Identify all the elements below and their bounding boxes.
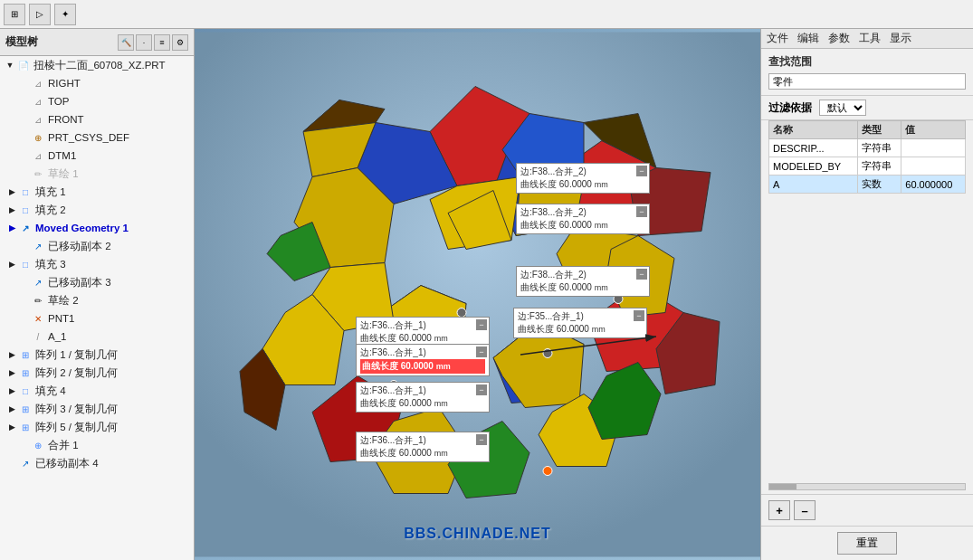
tree-item-top[interactable]: ⊿ TOP xyxy=(0,92,194,110)
ann-close-2[interactable]: − xyxy=(636,206,647,217)
tree-item-arr1[interactable]: ▶ ⊞ 阵列 1 / 复制几何 xyxy=(0,346,194,364)
menu-item-edit[interactable]: 编辑 xyxy=(797,31,819,46)
tree-item-hebing1[interactable]: ⊕ 合并 1 xyxy=(0,436,194,454)
tree-item-caogao2[interactable]: ✏ 草绘 2 xyxy=(0,291,194,309)
menu-item-tools[interactable]: 工具 xyxy=(859,31,881,46)
annotation-3: − 边:F38...合并_2) 曲线长度 60.0000 mm xyxy=(516,266,650,297)
expand-tian3[interactable]: ▶ xyxy=(5,258,18,271)
search-scope-label: 查找范围 xyxy=(768,54,966,70)
table-row-active[interactable]: A 实数 60.000000 xyxy=(769,176,966,194)
tree-item-yiyi3[interactable]: ↗ 已移动副本 3 xyxy=(0,273,194,291)
tree-content[interactable]: ▼ 📄 扭棱十二面_60708_XZ.PRT ⊿ RIGHT ⊿ TOP ⊿ F… xyxy=(0,56,194,560)
col-name: 名称 xyxy=(769,121,858,139)
moved-copy-icon-2: ↗ xyxy=(31,239,45,253)
spacer xyxy=(761,194,973,479)
table-row[interactable]: MODELED_BY 字符串 xyxy=(769,157,966,176)
expand-none xyxy=(18,330,31,343)
ann-close-1[interactable]: − xyxy=(636,166,647,176)
sketch-icon: ✏ xyxy=(31,166,45,181)
tree-icon-btn-1[interactable]: 🔨 xyxy=(118,34,134,51)
tree-filename[interactable]: ▼ 📄 扭棱十二面_60708_XZ.PRT xyxy=(0,56,194,74)
pnt-icon: ✕ xyxy=(31,311,45,326)
ann-close-5[interactable]: − xyxy=(476,346,487,357)
tree-label-top: TOP xyxy=(48,96,69,107)
expand-none xyxy=(18,131,31,144)
sketch-icon-2: ✏ xyxy=(31,293,45,308)
expand-none xyxy=(18,95,31,108)
expand-tian2[interactable]: ▶ xyxy=(5,204,18,216)
tree-item-dtm1[interactable]: ⊿ DTM1 xyxy=(0,147,194,165)
right-footer: 重置 xyxy=(761,526,973,560)
menu-item-file[interactable]: 文件 xyxy=(767,31,788,46)
tree-label-caogao1: 草绘 1 xyxy=(48,167,79,181)
menu-item-params[interactable]: 参数 xyxy=(828,31,850,46)
tree-item-front[interactable]: ⊿ FRONT xyxy=(0,110,194,128)
tree-item-arr5[interactable]: ▶ ⊞ 阵列 5 / 复制几何 xyxy=(0,418,194,436)
tree-item-moved1[interactable]: ▶ ↗ Moved Geometry 1 xyxy=(0,219,194,237)
viewport[interactable]: − 边:F38...合并_2) 曲线长度 60.0000 mm − 边:F38.… xyxy=(195,29,760,560)
tree-label-yiyi4: 已移动副本 4 xyxy=(35,457,99,470)
ann-title-4: 边:F36...合并_1) xyxy=(360,319,485,332)
array-icon-1: ⊞ xyxy=(18,347,33,362)
ann-close-7[interactable]: − xyxy=(476,384,487,395)
remove-param-button[interactable]: – xyxy=(794,500,816,520)
tree-item-yiyi4[interactable]: ↗ 已移动副本 4 xyxy=(0,454,194,472)
toolbar-btn-2[interactable]: ▷ xyxy=(29,4,51,25)
ann-title-2: 边:F38...合并_2) xyxy=(520,206,645,219)
expand-arr1[interactable]: ▶ xyxy=(5,348,18,361)
tree-icon-btn-4[interactable]: ⚙ xyxy=(172,34,188,51)
tree-item-pnt1[interactable]: ✕ PNT1 xyxy=(0,309,194,327)
expand-moved1[interactable]: ▶ xyxy=(5,222,18,234)
annotation-5: − 边:F36...合并_1) 曲线长度 60.0000 mm xyxy=(356,344,490,376)
filter-dropdown[interactable]: 默认 xyxy=(819,100,866,116)
ann-title-7: 边:F36...合并_1) xyxy=(360,384,485,397)
params-table: 名称 类型 值 DESCRIP... 字符串 MODELED_BY 字符串 xyxy=(768,120,966,194)
search-scope-input[interactable] xyxy=(768,73,966,90)
tree-item-a1[interactable]: / A_1 xyxy=(0,327,194,346)
col-type: 类型 xyxy=(857,121,901,139)
tree-label-arr3: 阵列 3 / 复制几何 xyxy=(35,403,118,416)
expand-arr5[interactable]: ▶ xyxy=(5,421,18,433)
reset-button[interactable]: 重置 xyxy=(837,532,897,555)
search-scope-section: 查找范围 xyxy=(761,49,973,96)
tree-label-tian1: 填充 1 xyxy=(35,185,66,199)
row0-type: 字符串 xyxy=(857,139,901,157)
tree-item-tian3[interactable]: ▶ □ 填充 3 xyxy=(0,255,194,273)
tree-item-csys[interactable]: ⊕ PRT_CSYS_DEF xyxy=(0,128,194,147)
ann-close-3[interactable]: − xyxy=(636,269,647,280)
tree-item-tian1[interactable]: ▶ □ 填充 1 xyxy=(0,183,194,201)
tree-item-caogao1[interactable]: ✏ 草绘 1 xyxy=(0,165,194,183)
horizontal-scrollbar[interactable] xyxy=(768,483,966,490)
expand-arr3[interactable]: ▶ xyxy=(5,403,18,415)
tree-item-yiyi2[interactable]: ↗ 已移动副本 2 xyxy=(0,237,194,255)
tree-icon-btn-3[interactable]: ≡ xyxy=(154,34,170,51)
tree-item-arr2[interactable]: ▶ ⊞ 阵列 2 / 复制几何 xyxy=(0,364,194,382)
tree-label-yiyi3: 已移动副本 3 xyxy=(48,276,111,289)
ann-title-3: 边:F38...合并_2) xyxy=(520,269,645,281)
ann-title-6: 边:F35...合并_1) xyxy=(518,310,643,323)
scrollbar-thumb[interactable] xyxy=(769,484,797,489)
row2-value: 60.000000 xyxy=(901,176,966,194)
toolbar-btn-3[interactable]: ✦ xyxy=(54,4,76,25)
tree-label-hebing1: 合并 1 xyxy=(48,439,79,452)
add-param-button[interactable]: + xyxy=(768,500,790,520)
expand-arr2[interactable]: ▶ xyxy=(5,366,18,379)
tree-item-arr3[interactable]: ▶ ⊞ 阵列 3 / 复制几何 xyxy=(0,400,194,418)
tree-label-pnt1: PNT1 xyxy=(48,313,74,324)
tree-item-right[interactable]: ⊿ RIGHT xyxy=(0,74,194,92)
expand-tian4[interactable]: ▶ xyxy=(5,384,18,397)
expand-tian1[interactable]: ▶ xyxy=(5,185,18,198)
tree-icon-btn-2[interactable]: · xyxy=(136,34,152,51)
fill-icon-2: □ xyxy=(18,203,33,217)
menu-item-display[interactable]: 显示 xyxy=(890,31,911,46)
ann-close-8[interactable]: − xyxy=(476,434,487,445)
tree-label-dtm1: DTM1 xyxy=(48,150,76,161)
ann-close-4[interactable]: − xyxy=(476,319,487,330)
table-row[interactable]: DESCRIP... 字符串 xyxy=(769,139,966,157)
tree-item-tian4[interactable]: ▶ □ 填充 4 xyxy=(0,382,194,400)
datum-plane-icon-top: ⊿ xyxy=(31,94,45,109)
right-panel: 文件 编辑 参数 工具 显示 查找范围 过滤依据 默认 名称 类型 xyxy=(760,29,973,560)
tree-item-tian2[interactable]: ▶ □ 填充 2 xyxy=(0,201,194,219)
ann-close-6[interactable]: − xyxy=(634,310,644,321)
toolbar-btn-1[interactable]: ⊞ xyxy=(4,4,25,25)
